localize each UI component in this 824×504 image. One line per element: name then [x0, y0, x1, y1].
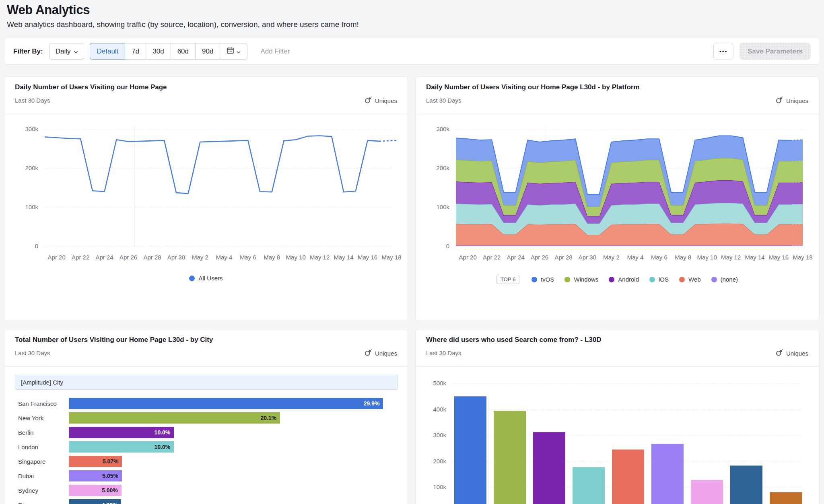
y-tick-label: 200k: [433, 458, 446, 465]
source-bar-7[interactable]: [691, 480, 723, 504]
x-tick-label: May 4: [216, 254, 232, 261]
legend-item-none[interactable]: (none): [711, 276, 738, 283]
legend-label: Android: [618, 276, 639, 283]
uniques-metric[interactable]: Uniques: [775, 349, 808, 358]
y-tick-label: 100k: [25, 204, 38, 210]
source-bar-8[interactable]: [730, 466, 762, 504]
city-bar-track: 10.0%: [69, 441, 384, 453]
chevron-down-icon: [237, 47, 241, 56]
date-range-segmented-control: Default 7d 30d 60d 90d: [90, 43, 247, 60]
legend-item-android[interactable]: Android: [609, 276, 639, 283]
city-name-label: San Francisco: [15, 400, 62, 407]
source-bar-3[interactable]: [533, 432, 565, 504]
all-users-line-incomplete-tail: [379, 140, 397, 141]
legend-item-windows[interactable]: Windows: [564, 276, 598, 283]
uniques-label: Uniques: [375, 350, 397, 357]
legend-label: iOS: [659, 276, 669, 283]
uniques-metric[interactable]: Uniques: [364, 349, 397, 358]
uniques-metric[interactable]: Uniques: [364, 96, 397, 105]
city-name-label: Sydney: [15, 487, 62, 494]
x-tick-label: May 2: [603, 254, 620, 261]
city-name-label: Dubai: [15, 473, 62, 479]
vertical-bar-chart: 500k400k300k200k100k: [420, 374, 812, 504]
legend-item-tvos[interactable]: tvOS: [531, 276, 554, 283]
uniques-icon: [775, 349, 783, 358]
chart-legend: All Users: [4, 275, 408, 282]
x-tick-label: May 16: [769, 254, 789, 261]
y-tick-label: 400k: [433, 406, 446, 413]
legend-item-ios[interactable]: iOS: [649, 276, 669, 283]
uniques-metric[interactable]: Uniques: [775, 96, 808, 105]
city-name-label: Berlin: [15, 429, 62, 436]
source-bar-1[interactable]: [454, 396, 486, 504]
x-tick-label: Apr 28: [554, 254, 572, 261]
y-tick-label: 100k: [433, 483, 446, 490]
y-tick-label: 200k: [25, 165, 38, 171]
x-tick-label: May 12: [310, 254, 330, 261]
legend-label: (none): [721, 276, 738, 283]
x-tick-label: Apr 22: [72, 254, 89, 261]
legend-item-web[interactable]: Web: [679, 276, 701, 283]
web-analytics-dashboard: { "page": { "title": "Web Analytics", "s…: [0, 0, 824, 504]
city-name-label: Rio: [15, 502, 62, 504]
top-6-badge: TOP 6: [496, 275, 519, 284]
range-90d-button[interactable]: 90d: [195, 43, 220, 60]
range-60d-button[interactable]: 60d: [171, 43, 196, 60]
more-options-button[interactable]: •••: [713, 43, 733, 60]
city-name-label: Singapore: [15, 458, 62, 465]
x-tick-label: May 4: [627, 254, 643, 261]
y-tick-label: 300k: [436, 125, 449, 132]
x-tick-label: Apr 26: [531, 254, 548, 261]
city-row: San Francisco29.9%: [15, 396, 398, 411]
city-bar-new-york[interactable]: 20.1%: [69, 412, 280, 424]
city-bar-track: 4.99%: [69, 499, 384, 504]
legend-item-all-users[interactable]: All Users: [189, 275, 222, 282]
legend-dot: [189, 276, 195, 281]
y-tick-label: 300k: [433, 432, 446, 438]
x-tick-label: Apr 24: [507, 254, 525, 261]
city-row: Berlin10.0%: [15, 425, 398, 440]
all-users-line[interactable]: [45, 136, 379, 194]
filter-bar: Filter By: Daily Default 7d 30d 60d 90d: [4, 38, 820, 65]
city-name-label: New York: [15, 415, 62, 422]
legend-dot: [609, 277, 614, 282]
range-default-button[interactable]: Default: [90, 43, 125, 60]
source-bar-4[interactable]: [573, 467, 605, 504]
uniques-label: Uniques: [786, 350, 808, 357]
legend-label: tvOS: [541, 276, 554, 283]
card-title: Where did users who used Search come fro…: [426, 336, 602, 344]
uniques-label: Uniques: [786, 97, 808, 104]
line-chart: 300k200k100k0Apr 20Apr 22Apr 24Apr 26Apr…: [8, 125, 401, 270]
city-bar-london[interactable]: 10.0%: [69, 441, 174, 453]
card-title: Daily Number of Users Visiting our Home …: [15, 83, 167, 91]
card-date-range: Last 30 Days: [426, 350, 461, 356]
city-groupby-field[interactable]: [Amplitude] City: [15, 375, 398, 390]
save-parameters-button[interactable]: Save Parameters: [740, 43, 811, 60]
legend-dot: [649, 277, 655, 282]
city-bar-sydney[interactable]: 5.00%: [69, 485, 122, 496]
city-bar-rio[interactable]: 4.99%: [69, 499, 121, 504]
legend-label: Web: [688, 276, 701, 283]
legend-dot: [711, 277, 717, 282]
range-7d-button[interactable]: 7d: [125, 43, 146, 60]
range-30d-button[interactable]: 30d: [146, 43, 171, 60]
source-bar-5[interactable]: [612, 450, 644, 504]
y-tick-label: 300k: [25, 125, 38, 132]
x-tick-label: May 6: [240, 254, 256, 261]
x-tick-label: May 18: [381, 254, 401, 261]
custom-date-range-button[interactable]: [220, 43, 247, 60]
y-tick-label: 0: [35, 243, 38, 249]
city-bar-san-francisco[interactable]: 29.9%: [69, 398, 383, 409]
granularity-dropdown[interactable]: Daily: [49, 43, 84, 60]
city-bar-dubai[interactable]: 5.05%: [69, 470, 122, 481]
add-filter-button[interactable]: Add Filter: [260, 47, 290, 56]
source-bar-9[interactable]: [770, 492, 802, 504]
source-bar-6[interactable]: [651, 444, 684, 504]
x-tick-label: May 16: [358, 254, 377, 261]
card-date-range: Last 30 Days: [426, 97, 461, 104]
city-bar-singapore[interactable]: 5.07%: [69, 456, 122, 467]
source-bar-2[interactable]: [494, 411, 526, 504]
city-bar-berlin[interactable]: 10.0%: [69, 427, 174, 438]
y-tick-label: 0: [446, 243, 449, 249]
stacked-area-chart: 300k200k100k0Apr 20Apr 22Apr 24Apr 26Apr…: [420, 125, 812, 270]
